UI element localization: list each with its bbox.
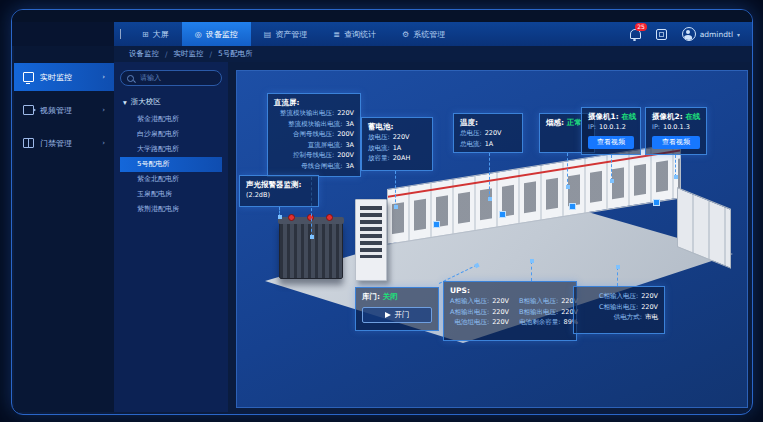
metric-row: 电池剩余容量:89% [519, 317, 578, 328]
open-door-button[interactable]: 开门 [362, 307, 432, 323]
metric-row: 放电流:1A [368, 143, 426, 154]
breadcrumb: 设备监控 / 实时监控 / 5号配电所 [114, 46, 750, 62]
metric-row: 控制母线电压:200V [274, 150, 354, 161]
metric-row: A相输入电压:220V [450, 296, 509, 307]
metric-row: B相输出电压:220V [519, 307, 578, 318]
view-video-button[interactable]: 查看视频 [652, 136, 700, 149]
view-video-button[interactable]: 查看视频 [588, 136, 634, 149]
metric-row: 放容量:20AH [368, 153, 426, 164]
sidebar-item-label: 视频管理 [40, 105, 72, 116]
door-icon [23, 138, 34, 148]
gear-icon: ⚙ [402, 30, 409, 39]
metric-row: (2.2dB) [246, 190, 312, 201]
panel-title: 直流屏: [274, 98, 354, 108]
metric-row: C相输入电压:220V [580, 291, 658, 302]
tab-dashboard[interactable]: ⊞ 大屏 [129, 22, 182, 46]
notification-badge: 25 [635, 23, 648, 31]
notifications-button[interactable]: 25 [630, 29, 641, 39]
device-marker[interactable] [433, 221, 440, 228]
breadcrumb-item[interactable]: 实时监控 [174, 49, 204, 59]
user-menu[interactable]: admindtl ▾ [682, 27, 740, 41]
device-marker[interactable] [499, 211, 506, 218]
sidebar-item-access-control[interactable]: 门禁管理 › [14, 129, 114, 157]
dc-charging-cabinet [355, 199, 387, 281]
device-marker[interactable] [569, 203, 576, 210]
breadcrumb-separator: / [165, 50, 168, 59]
tree-root-node[interactable]: ▾ 浙大校区 [123, 97, 222, 107]
metric-row: 母线合闸电流:3A [274, 161, 354, 172]
tree-item[interactable]: 紫金北配电所 [120, 172, 222, 187]
user-name: admindtl [700, 30, 733, 39]
search-icon [127, 75, 134, 82]
breadcrumb-item[interactable]: 设备监控 [129, 49, 159, 59]
tree-item-selected[interactable]: 5号配电所 [120, 157, 222, 172]
tab-query-statistics[interactable]: ≣ 查询统计 [320, 22, 389, 46]
panel-title: 温度: [460, 118, 516, 128]
tab-system-management[interactable]: ⚙ 系统管理 [389, 22, 458, 46]
battery-panel: 蓄电池: 放电压:220V 放电流:1A 放容量:20AH [361, 117, 433, 171]
fullscreen-icon[interactable] [656, 29, 667, 40]
phase-c-panel: C相输入电压:220V C相输出电压:220V 供电方式:市电 [573, 286, 665, 334]
connector-line [617, 267, 618, 286]
metric-row: 电池组电压:220V [450, 317, 509, 328]
panel-title: 摄像机2: 在线 [652, 112, 700, 122]
panel-title: 声光报警器监测: [246, 180, 312, 190]
title-bar [12, 10, 752, 22]
metric-row: 供电方式:市电 [580, 312, 658, 323]
station-tree-panel: ▾ 浙大校区 紫金港配电所 白沙泉配电所 大学路配电所 5号配电所 紫金北配电所… [114, 62, 228, 412]
tree-item[interactable]: 紫金港配电所 [120, 112, 222, 127]
metric-row: 整流模块输出电压:220V [274, 108, 354, 119]
connector-line [531, 261, 532, 281]
panel-title: UPS: [450, 286, 570, 296]
connector-line [395, 171, 396, 207]
tab-label: 设备监控 [206, 29, 238, 40]
power-mode-value: 市电 [645, 312, 658, 323]
sidebar-item-label: 门禁管理 [40, 138, 72, 149]
camera1-panel: 摄像机1: 在线 IP:10.0.1.2 查看视频 [581, 107, 641, 155]
sidebar-item-realtime-monitoring[interactable]: 实时监控 › [14, 63, 114, 91]
tree-item[interactable]: 大学路配电所 [120, 142, 222, 157]
tree-search [120, 70, 222, 86]
sidebar-item-label: 实时监控 [40, 72, 72, 83]
status-badge: 关闭 [383, 292, 398, 301]
connector-line [611, 155, 612, 181]
tab-label: 查询统计 [344, 29, 376, 40]
temperature-panel: 温度: 总电压:220V 总电流:1A [453, 113, 523, 153]
connector-line [279, 207, 280, 217]
transformer-bushing [288, 214, 295, 221]
breadcrumb-item[interactable]: 5号配电所 [218, 49, 253, 59]
breadcrumb-separator: / [210, 50, 213, 59]
asset-icon: ▤ [264, 30, 272, 39]
panel-title: 库门: 关闭 [362, 292, 432, 302]
ups-panel: UPS: A相输入电压:220V A相输出电压:220V 电池组电压:220V … [443, 281, 577, 341]
status-badge: 在线 [621, 112, 636, 121]
metric-row: 总电压:220V [460, 128, 516, 139]
tree-item[interactable]: 紫荆港配电房 [120, 202, 222, 217]
tab-asset-management[interactable]: ▤ 资产管理 [251, 22, 321, 46]
tree-root-label: 浙大校区 [131, 97, 161, 107]
metric-row: A相输出电压:220V [450, 307, 509, 318]
main-canvas: 直流屏: 整流模块输出电压:220V 整流模块输出电流:3A 合闸母线电压:20… [236, 70, 748, 408]
tab-label: 资产管理 [275, 29, 307, 40]
app-window: ⊞ 大屏 ◎ 设备监控 ▤ 资产管理 ≣ 查询统计 ⚙ 系统管理 [11, 9, 753, 415]
nav-divider [120, 29, 121, 39]
metric-row: 合闸母线电压:200V [274, 129, 354, 140]
metric-row: 放电压:220V [368, 132, 426, 143]
chevron-right-icon: › [102, 73, 105, 81]
status-badge: 在线 [685, 112, 700, 121]
chevron-right-icon: › [102, 139, 105, 147]
tree-item[interactable]: 玉泉配电房 [120, 187, 222, 202]
metric-row: 直流屏电流:3A [274, 140, 354, 151]
door-panel: 库门: 关闭 开门 [355, 287, 439, 331]
metric-row: 整流模块输出电流:3A [274, 119, 354, 130]
stats-icon: ≣ [333, 30, 340, 39]
video-icon [23, 105, 34, 115]
realtime-monitor-icon [23, 72, 34, 82]
tree-item[interactable]: 白沙泉配电所 [120, 127, 222, 142]
sidebar-item-video-management[interactable]: 视频管理 › [14, 96, 114, 124]
device-marker[interactable] [653, 199, 660, 206]
dc-screen-panel: 直流屏: 整流模块输出电压:220V 整流模块输出电流:3A 合闸母线电压:20… [267, 93, 361, 177]
search-input[interactable] [138, 73, 212, 83]
chevron-down-icon: ▾ [737, 31, 740, 38]
tab-device-monitoring[interactable]: ◎ 设备监控 [182, 22, 251, 46]
